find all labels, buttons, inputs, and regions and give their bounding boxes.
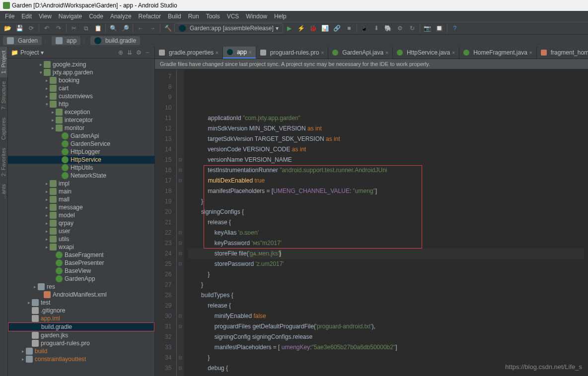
editor-tab[interactable]: app× [223, 47, 256, 59]
tree-item[interactable]: ▸mall [8, 195, 154, 203]
replace-icon[interactable]: 🔎 [120, 23, 131, 34]
menu-build[interactable]: Build [165, 12, 184, 21]
fold-gutter[interactable]: ⊟⊟⊟⊟⊟⊟⊟⊟⊟⊟⊟ [177, 69, 184, 376]
close-icon[interactable]: × [321, 50, 324, 56]
find-icon[interactable]: 🔍 [108, 23, 119, 34]
menu-vcs[interactable]: VCS [224, 12, 242, 21]
tree-item[interactable]: ▸cart [8, 84, 154, 92]
tree-item[interactable]: build.gradle [8, 322, 154, 331]
save-icon[interactable]: 💾 [14, 23, 25, 34]
project-structure-icon[interactable]: ⚙ [395, 23, 406, 34]
tree-item[interactable]: GardenApi [8, 132, 154, 140]
tree-item[interactable]: ▾http [8, 100, 154, 108]
tree-item[interactable]: app.iml [8, 314, 154, 322]
avd-icon[interactable]: 📱 [359, 23, 370, 34]
attach-icon[interactable]: 🔗 [332, 23, 343, 34]
tree-item[interactable]: .gitignore [8, 307, 154, 314]
rerun-icon[interactable]: ↻ [407, 23, 418, 34]
tree-item[interactable]: HttpUtils [8, 164, 154, 172]
tree-item[interactable]: ▸impl [8, 180, 154, 188]
editor-tab[interactable]: gradle.properties× [155, 47, 223, 59]
tree-item[interactable]: ▸main [8, 188, 154, 195]
menu-edit[interactable]: Edit [18, 12, 35, 21]
tree-item[interactable]: ▸exception [8, 108, 154, 116]
panel-title[interactable]: Project [20, 49, 39, 56]
tree-item[interactable]: ▸utils [8, 235, 154, 243]
tree-item[interactable]: ▸model [8, 211, 154, 219]
profile-icon[interactable]: 📊 [320, 23, 331, 34]
tree-item[interactable]: ▸customviews [8, 92, 154, 100]
run-icon[interactable]: ▶ [284, 23, 295, 34]
menu-view[interactable]: View [36, 12, 55, 21]
editor-tab[interactable]: HomeFragment.java× [459, 47, 537, 59]
sdk-icon[interactable]: ⬇ [371, 23, 382, 34]
menu-help[interactable]: Help [271, 12, 290, 21]
back-icon[interactable]: ← [135, 23, 146, 34]
side-tab[interactable]: ...ants [0, 180, 7, 203]
undo-icon[interactable]: ↶ [41, 23, 52, 34]
hide-icon[interactable]: − [144, 49, 151, 57]
code-area[interactable]: 7891011121314151617181920212223242526272… [155, 69, 588, 376]
stop-icon[interactable]: ■ [344, 23, 355, 34]
menu-window[interactable]: Window [243, 12, 270, 21]
close-icon[interactable]: × [385, 50, 388, 56]
debug-icon[interactable]: 🐞 [308, 23, 319, 34]
tree-item[interactable]: ▾jxty.app.garden [8, 68, 154, 76]
tree-item[interactable]: GardenService [8, 140, 154, 148]
close-icon[interactable]: × [249, 50, 252, 55]
tree-item[interactable]: ▸monitor [8, 124, 154, 132]
paste-icon[interactable]: 📋 [92, 23, 103, 34]
cut-icon[interactable]: ✂ [69, 23, 79, 34]
side-tab[interactable]: 7: Structure [0, 77, 7, 114]
close-icon[interactable]: × [452, 50, 455, 56]
tree-item[interactable]: ▸google.zxing [8, 61, 154, 68]
tree-item[interactable]: HttpService [8, 156, 154, 164]
breadcrumb-module[interactable]: app [52, 36, 80, 45]
side-tab[interactable]: 1: Project [0, 47, 7, 77]
tree-item[interactable]: ▸constraintlayouttest [8, 355, 154, 363]
editor-tab[interactable]: GardenApi.java× [328, 47, 393, 59]
code-content[interactable]: https://blog.csdn.net/Life_s application… [184, 69, 588, 376]
editor-tab[interactable]: proguard-rules.pro× [256, 47, 329, 59]
editor-tab[interactable]: HttpService.java× [393, 47, 459, 59]
collapse-all-icon[interactable]: ⇊ [126, 49, 134, 57]
menu-code[interactable]: Code [86, 12, 106, 21]
gradle-sync-notification[interactable]: Gradle files have changed since last pro… [155, 59, 588, 69]
tree-item[interactable]: garden.jks [8, 331, 154, 339]
tree-item[interactable]: proguard-rules.pro [8, 339, 154, 347]
sync-icon[interactable]: ⟳ [26, 23, 37, 34]
tree-item[interactable]: ▸build [8, 347, 154, 355]
side-tab[interactable]: Captures [0, 114, 7, 144]
editor-tab[interactable]: fragment_home.xml× [537, 47, 588, 59]
tree-item[interactable]: AndroidManifest.xml [8, 291, 154, 299]
scroll-from-source-icon[interactable]: ⊕ [117, 49, 125, 57]
tree-item[interactable]: ▸message [8, 203, 154, 211]
tree-item[interactable]: ▸qrpay [8, 219, 154, 227]
tree-item[interactable]: HttpLogger [8, 148, 154, 156]
tree-item[interactable]: ▸user [8, 227, 154, 235]
tree-item[interactable]: BasePresenter [8, 259, 154, 267]
screenshot-icon[interactable]: 📷 [422, 23, 433, 34]
run-config-selector[interactable]: Garden:app [assembleRelease] ▾ [174, 23, 283, 33]
project-tree[interactable]: ▸google.zxing▾jxty.app.garden▸booking▸ca… [8, 59, 154, 376]
tree-item[interactable]: GardenApp [8, 275, 154, 283]
breadcrumb-root[interactable]: Garden [3, 36, 42, 45]
menu-run[interactable]: Run [185, 12, 202, 21]
menu-navigate[interactable]: Navigate [56, 12, 85, 21]
gear-icon[interactable]: ⚙ [135, 49, 143, 57]
apply-changes-icon[interactable]: ⚡ [296, 23, 307, 34]
close-icon[interactable]: × [529, 50, 532, 56]
tree-item[interactable]: BaseView [8, 267, 154, 275]
layout-inspector-icon[interactable]: 🔲 [434, 23, 445, 34]
close-icon[interactable]: × [216, 50, 219, 56]
chevron-down-icon[interactable]: ▾ [41, 49, 44, 56]
copy-icon[interactable]: ⧉ [80, 23, 91, 34]
breadcrumb-file[interactable]: build.gradle [90, 36, 140, 45]
menu-analyze[interactable]: Analyze [107, 12, 135, 21]
tree-item[interactable]: NetworkState [8, 172, 154, 180]
tree-item[interactable]: BaseFragment [8, 251, 154, 259]
redo-icon[interactable]: ↷ [53, 23, 64, 34]
make-icon[interactable]: 🔨 [162, 23, 173, 34]
side-tab[interactable]: 2: Favorites [0, 144, 7, 180]
help-icon[interactable]: ? [449, 23, 460, 34]
